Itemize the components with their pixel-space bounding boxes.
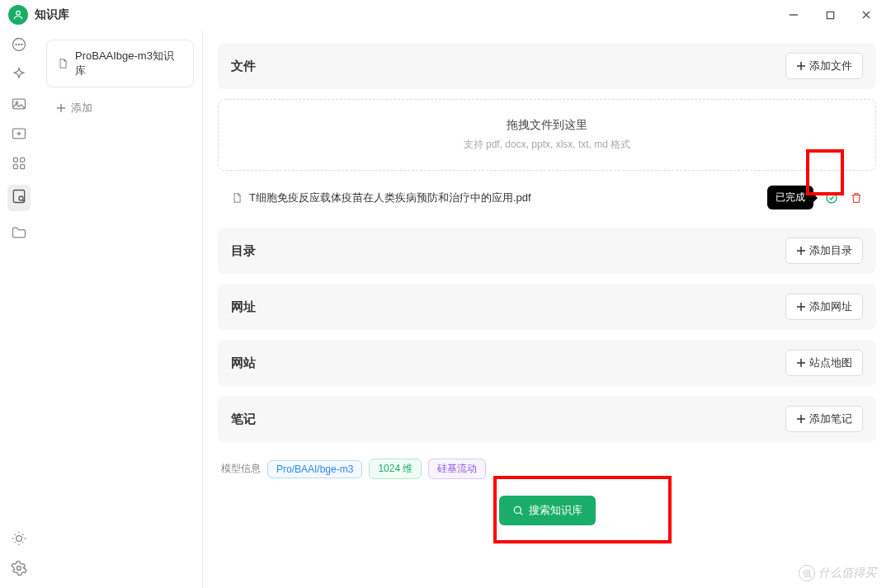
svg-point-33 [514, 506, 521, 513]
search-icon [512, 505, 524, 516]
section-urls: 网址 添加网址 [218, 284, 876, 330]
section-notes: 笔记 添加笔记 [218, 396, 876, 442]
plus-icon [796, 302, 806, 312]
app-title: 知识库 [35, 7, 69, 22]
svg-rect-13 [21, 158, 25, 162]
success-icon [825, 191, 838, 205]
svg-point-18 [16, 536, 22, 542]
window-close-button[interactable] [856, 5, 876, 25]
folder-icon[interactable] [11, 224, 27, 241]
add-file-button[interactable]: 添加文件 [785, 53, 863, 79]
section-files: 文件 添加文件 [218, 43, 876, 89]
kb-add-button[interactable]: 添加 [46, 92, 194, 124]
svg-line-34 [520, 512, 522, 515]
app-avatar-icon [8, 5, 28, 25]
knowledge-base-nav-icon[interactable] [7, 185, 31, 211]
section-dirs: 目录 添加目录 [218, 228, 876, 274]
file-name: T细胞免疫反应载体疫苗在人类疾病预防和治疗中的应用.pdf [249, 191, 767, 205]
svg-point-7 [18, 44, 19, 45]
svg-point-0 [16, 11, 21, 15]
kb-item-label: ProBAAIbge-m3知识库 [75, 49, 183, 78]
plus-icon [796, 414, 806, 424]
image-add-icon[interactable] [11, 125, 27, 142]
svg-point-19 [17, 567, 21, 571]
svg-rect-14 [13, 165, 17, 169]
theme-icon[interactable] [11, 530, 27, 547]
file-row[interactable]: T细胞免疫反应载体疫苗在人类疾病预防和治疗中的应用.pdf 已完成 [218, 177, 876, 218]
kb-sidebar: ProBAAIbge-m3知识库 添加 [38, 30, 203, 588]
section-urls-title: 网址 [231, 299, 256, 315]
add-url-button[interactable]: 添加网址 [785, 294, 863, 320]
svg-rect-15 [21, 165, 25, 169]
delete-file-button[interactable] [850, 191, 863, 205]
window-maximize-button[interactable] [820, 5, 840, 25]
add-dir-button[interactable]: 添加目录 [785, 238, 863, 264]
main-content: 文件 添加文件 拖拽文件到这里 支持 pdf, docx, pptx, xlsx… [203, 30, 891, 588]
watermark: 值什么值得买 [799, 565, 876, 581]
section-sites: 网站 站点地图 [218, 340, 876, 386]
model-dim-tag: 1024 维 [369, 459, 422, 479]
svg-point-24 [827, 193, 837, 203]
add-note-button[interactable]: 添加笔记 [785, 406, 863, 432]
document-icon [57, 58, 68, 69]
section-sites-title: 网站 [231, 355, 256, 371]
sparkle-icon[interactable] [11, 66, 27, 82]
settings-icon[interactable] [11, 560, 27, 576]
window-minimize-button[interactable] [784, 5, 804, 25]
model-name-tag: Pro/BAAI/bge-m3 [267, 460, 362, 478]
file-status-tooltip: 已完成 [767, 186, 813, 209]
model-provider-tag: 硅基流动 [428, 459, 486, 479]
document-icon [231, 192, 243, 204]
search-kb-button[interactable]: 搜索知识库 [499, 496, 596, 525]
section-files-title: 文件 [231, 59, 256, 74]
model-info-label: 模型信息 [221, 462, 261, 476]
file-dropzone[interactable]: 拖拽文件到这里 支持 pdf, docx, pptx, xlsx, txt, m… [218, 99, 876, 171]
svg-point-8 [21, 44, 22, 45]
section-dirs-title: 目录 [231, 243, 256, 259]
svg-rect-2 [827, 12, 833, 18]
kb-add-label: 添加 [71, 101, 92, 115]
model-info-row: 模型信息 Pro/BAAI/bge-m3 1024 维 硅基流动 [218, 459, 876, 479]
titlebar: 知识库 [0, 0, 891, 30]
dropzone-subtitle: 支持 pdf, docx, pptx, xlsx, txt, md 格式 [237, 138, 857, 152]
svg-point-6 [16, 44, 16, 45]
kb-list-item[interactable]: ProBAAIbge-m3知识库 [46, 40, 194, 87]
dropzone-title: 拖拽文件到这里 [237, 118, 857, 133]
image-icon[interactable] [11, 96, 27, 112]
apps-icon[interactable] [11, 155, 27, 172]
plus-icon [796, 358, 806, 368]
section-notes-title: 笔记 [231, 412, 256, 427]
left-rail [0, 30, 38, 588]
add-sitemap-button[interactable]: 站点地图 [785, 350, 863, 376]
svg-rect-12 [13, 158, 17, 162]
plus-icon [796, 61, 806, 71]
plus-icon [56, 103, 66, 113]
chat-icon[interactable] [11, 36, 27, 53]
plus-icon [796, 246, 806, 256]
